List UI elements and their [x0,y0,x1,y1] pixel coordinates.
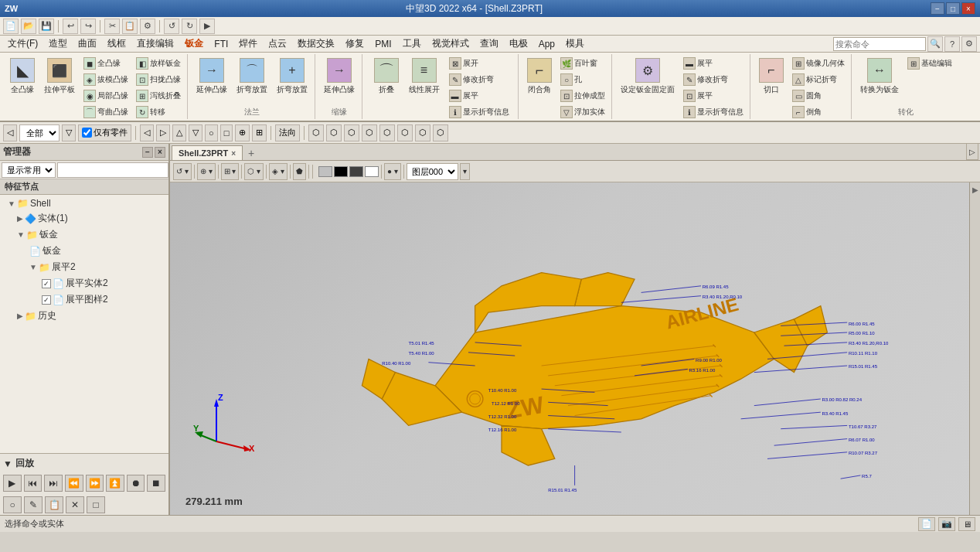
tb2-nav2[interactable]: ▷ [156,124,170,141]
qa-btn7[interactable]: ↻ [182,19,197,34]
minimize-button[interactable]: − [931,2,944,15]
menu-visual[interactable]: 视觉样式 [427,36,474,52]
ribbon-btn-wanju[interactable]: ⌒ 弯曲凸缘 [80,104,131,120]
tree-item-shiti[interactable]: ▶ 🔷 实体(1) [0,210,168,227]
replay-extra5[interactable]: □ [87,496,105,513]
menu-dataexchange[interactable]: 数据交换 [293,36,339,52]
sidebar-minimize-btn[interactable]: − [142,147,153,158]
ribbon-btn-tuchu[interactable]: ◼ 全凸缘 [80,56,131,71]
menu-sheetmetal[interactable]: 钣金 [180,36,208,52]
ribbon-btn-saolv[interactable]: ⊡ 扫拢凸缘 [133,72,184,87]
statusbar-btn1[interactable]: 📄 [918,517,935,531]
tb2-nav6[interactable]: □ [220,124,233,141]
menu-app[interactable]: App [534,37,560,51]
vp-layer-select[interactable]: 图层000 [407,163,458,180]
tree-checkbox-zhanping-tuyang[interactable]: ✓ [42,295,51,305]
qa-btn4[interactable]: 📋 [122,19,138,34]
ribbon-btn-yanshen3[interactable]: → 延伸凸缘 [320,56,359,97]
sidebar-search-input[interactable] [57,162,168,178]
tree-item-banjin2[interactable]: 📄 钣金 [0,243,168,259]
ribbon-btn-jubu[interactable]: ◉ 局部凸缘 [80,88,131,104]
color-swatch4[interactable] [365,166,379,177]
vp-tb-pan[interactable]: ⊕ ▾ [197,163,216,180]
menu-electrode[interactable]: 电极 [505,36,533,52]
ribbon-btn-juxing[interactable]: ▭ 圆角 [789,88,848,104]
qa-save-button[interactable]: 💾 [39,19,54,34]
ribbon-btn-zhequ[interactable]: ⌒ 折叠 [370,56,403,97]
menu-direct-edit[interactable]: 直接编辑 [132,36,179,52]
ribbon-btn-fangzhen[interactable]: ◧ 放样钣金 [133,56,184,71]
replay-prev-btn[interactable]: ⏪ [65,475,83,492]
replay-extra1[interactable]: ○ [3,496,22,513]
menu-mold[interactable]: 模具 [561,36,589,52]
tree-arrow-lishi[interactable]: ▶ [17,312,23,320]
menu-surface[interactable]: 曲面 [73,36,101,52]
menu-query[interactable]: 查询 [475,36,503,52]
tree-item-lishi[interactable]: ▶ 📁 历史 [0,308,168,324]
ribbon-btn-yanshen[interactable]: → 延伸凸缘 [192,56,231,97]
ribbon-btn-jichujian[interactable]: ⊞ 基础编辑 [904,56,955,71]
ribbon-btn-zhankai[interactable]: ⊠ 展开 [446,56,512,71]
ribbon-btn-zhedie[interactable]: ⊞ 泻线折叠 [133,88,184,104]
vp-layer-arrow[interactable]: ▾ [460,163,470,180]
tb2-extra1[interactable]: ⬡ [308,124,324,141]
tree-arrow-banjin[interactable]: ▼ [17,230,25,239]
tb2-nav4[interactable]: ▽ [189,124,202,141]
tb2-nav7[interactable]: ⊕ [235,124,250,141]
tree-checkbox-zhanping-shiti[interactable]: ✓ [42,279,51,288]
replay-fast-btn[interactable]: ⏫ [106,475,124,492]
search-button[interactable]: 🔍 [927,36,943,52]
sidebar-filter-select[interactable]: 显示常用 [2,162,56,178]
qa-btn5[interactable]: ⚙ [140,19,155,34]
menu-pmi[interactable]: PMI [370,37,396,51]
tree-item-zhanping[interactable]: ▼ 📁 展平2 [0,259,168,275]
ribbon-btn-xiugaizhe[interactable]: ✎ 修改折弯 [446,72,512,87]
menu-file[interactable]: 文件(F) [3,36,43,52]
settings-button[interactable]: ⚙ [961,36,977,52]
tb2-view-all[interactable]: ◁ [3,124,17,141]
tb2-view-select[interactable]: 全部 [19,124,60,141]
menu-tools[interactable]: 工具 [398,36,426,52]
replay-extra2[interactable]: ✎ [24,496,43,513]
ribbon-btn-setbanjin[interactable]: ⚙ 设定钣金固定面 [617,56,679,97]
viewport-canvas[interactable]: AIRLINE ZW R6.00 R1.45 R5.00 R1.10 R3.40… [170,182,980,515]
tb2-nav5[interactable]: ○ [205,124,218,141]
ribbon-btn-baiyelm[interactable]: 🌿 百叶窗 [557,56,608,71]
ribbon-btn-zhanping2[interactable]: ▬ 展平 [446,88,512,104]
viewport-tab-shell[interactable]: Shell.Z3PRT × [172,145,243,160]
menu-repair[interactable]: 修复 [341,36,369,52]
replay-play-btn[interactable]: ▶ [3,475,22,492]
ribbon-btn-tianjia[interactable]: + 折弯放置 [273,56,311,97]
color-swatch2[interactable] [334,166,348,177]
ribbon-btn-jiagu[interactable]: ▽ 浮加实体 [557,104,608,120]
ribbon-btn-jingxiang[interactable]: ⊞ 镜像几何体 [789,56,848,71]
ribbon-btn-zhangping[interactable]: ▬ 展平 [680,56,747,71]
tree-item-zhanping-shiti[interactable]: ✓ 📄 展平实体2 [0,275,168,291]
menu-pointcloud[interactable]: 点云 [264,36,291,52]
viewport-right-collapse[interactable]: ▶ [969,182,980,515]
tb2-nav8[interactable]: ⊞ [252,124,267,141]
replay-next-btn[interactable]: ⏩ [86,475,104,492]
ribbon-btn-xiugaizhe2[interactable]: ✎ 修改折弯 [680,72,747,87]
replay-extra4[interactable]: ✕ [66,496,84,513]
ribbon-btn-xianzhankai[interactable]: ≡ 线性展开 [405,56,444,97]
ribbon-btn-qiekou[interactable]: ⌐ 切口 [755,56,788,97]
tb2-extra5[interactable]: ⬡ [379,124,395,141]
color-swatch1[interactable] [318,166,332,177]
ribbon-btn-zhuanyi[interactable]: ↻ 转移 [133,104,184,120]
qa-btn8[interactable]: ▶ [199,19,215,34]
statusbar-btn2[interactable]: 📷 [938,517,955,531]
viewport-expand-btn[interactable]: ▷ [966,144,978,160]
replay-record-btn[interactable]: ⏺ [127,475,145,492]
ribbon-btn-jianjiao[interactable]: ⌐ 闭合角 [523,56,556,97]
tree-arrow-zhanping[interactable]: ▼ [29,263,37,271]
tb2-extra2[interactable]: ⬡ [326,124,342,141]
qa-btn3[interactable]: ✂ [104,19,120,34]
tree-item-shell[interactable]: ▼ 📁 Shell [0,196,168,210]
sidebar-close-btn[interactable]: × [155,147,165,158]
tb2-normal[interactable]: 法向 [275,124,300,141]
ribbon-btn-tuogen[interactable]: ◈ 拔模凸缘 [80,72,131,87]
vp-tb-render[interactable]: ⬟ [293,163,306,180]
qa-redo-button[interactable]: ↪ [80,19,96,34]
ribbon-btn-quantuian[interactable]: ◣ 全凸缘 [6,56,39,97]
